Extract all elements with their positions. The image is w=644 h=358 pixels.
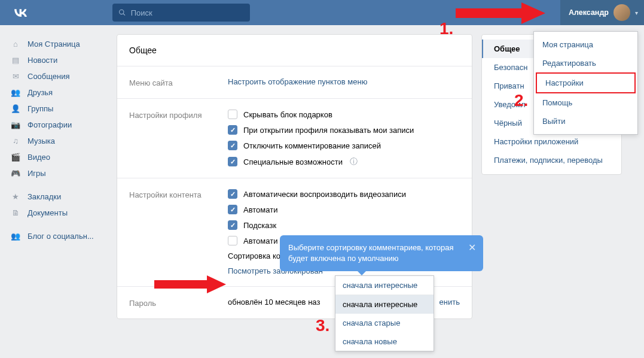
tab-app-settings[interactable]: Настройки приложений bbox=[482, 132, 621, 151]
sidebar-item-blog[interactable]: 👥Блог о социальн... bbox=[6, 228, 108, 244]
help-icon[interactable]: ⓘ bbox=[350, 156, 358, 167]
sidebar-item-video[interactable]: 🎬Видео bbox=[6, 149, 108, 165]
checkbox-autoplay-video[interactable] bbox=[228, 189, 237, 199]
checkbox-disable-comments[interactable] bbox=[228, 141, 237, 150]
comment-sort-dropdown: сначала интересные сначала интересные сн… bbox=[335, 275, 434, 351]
checkbox-show-posts[interactable] bbox=[228, 125, 237, 135]
change-password-link[interactable]: енить bbox=[439, 298, 460, 308]
tooltip-text: Выберите сортировку комментариев, котора… bbox=[288, 243, 454, 263]
section-label: Меню сайта bbox=[129, 77, 228, 87]
home-icon: ⌂ bbox=[10, 40, 22, 48]
annotation-number-1: 1. bbox=[439, 19, 453, 38]
svg-line-1 bbox=[123, 14, 125, 16]
svg-rect-3 bbox=[456, 8, 521, 18]
checkbox-hide-gifts[interactable] bbox=[228, 110, 237, 119]
user-menu-edit[interactable]: Редактировать bbox=[534, 54, 637, 72]
svg-rect-5 bbox=[154, 280, 207, 289]
doc-icon: 🗎 bbox=[10, 208, 22, 217]
sidebar-item-messages[interactable]: ✉Сообщения bbox=[6, 68, 108, 84]
search-input[interactable] bbox=[131, 8, 244, 17]
vk-logo[interactable] bbox=[12, 4, 29, 21]
page-title: Общее bbox=[117, 35, 472, 66]
annotation-number-2: 2. bbox=[514, 91, 528, 110]
chevron-down-icon: ▾ bbox=[635, 10, 638, 16]
user-menu-button[interactable]: Александр ▾ bbox=[560, 0, 644, 25]
annotation-number-3: 3. bbox=[316, 316, 329, 335]
message-icon: ✉ bbox=[10, 72, 22, 81]
dropdown-option-old[interactable]: сначала старые bbox=[335, 314, 434, 332]
groups-icon: 👤 bbox=[10, 104, 22, 113]
svg-marker-4 bbox=[521, 2, 545, 24]
user-menu-help[interactable]: Помощь bbox=[534, 93, 637, 112]
sidebar-item-documents[interactable]: 🗎Документы bbox=[6, 205, 108, 221]
tab-payments[interactable]: Платежи, подписки, переводы bbox=[482, 151, 621, 169]
section-label: Настройки профиля bbox=[129, 110, 228, 167]
svg-marker-6 bbox=[207, 275, 226, 293]
section-site-menu: Меню сайта Настроить отображение пунктов… bbox=[117, 66, 472, 99]
menu-settings-link[interactable]: Настроить отображение пунктов меню bbox=[228, 77, 367, 86]
search-box[interactable] bbox=[112, 4, 250, 22]
annotation-arrow-2 bbox=[154, 275, 226, 293]
section-label: Пароль bbox=[129, 298, 228, 308]
password-updated-text: обновлён 10 месяцев наз bbox=[228, 298, 320, 308]
section-label: Настройки контента bbox=[129, 189, 228, 275]
user-name: Александр bbox=[569, 8, 609, 17]
search-icon bbox=[118, 8, 126, 17]
sidebar-item-my-page[interactable]: ⌂Моя Страница bbox=[6, 36, 108, 52]
sidebar: ⌂Моя Страница ▤Новости ✉Сообщения 👥Друзь… bbox=[6, 34, 108, 319]
dropdown-option-interesting-1[interactable]: сначала интересные bbox=[335, 276, 434, 295]
sidebar-item-bookmarks[interactable]: ★Закладки bbox=[6, 189, 108, 205]
annotation-arrow-1 bbox=[456, 2, 545, 24]
topbar: 9 Александр ▾ bbox=[0, 0, 644, 25]
user-menu-my-page[interactable]: Моя страница bbox=[534, 35, 637, 54]
star-icon: ★ bbox=[10, 192, 22, 201]
gamepad-icon: 🎮 bbox=[10, 169, 22, 178]
svg-point-0 bbox=[120, 10, 124, 14]
user-menu-logout[interactable]: Выйти bbox=[534, 112, 637, 131]
sidebar-item-games[interactable]: 🎮Игры bbox=[6, 165, 108, 181]
dropdown-option-interesting-2[interactable]: сначала интересные bbox=[335, 295, 434, 314]
friends-icon: 👥 bbox=[10, 88, 22, 97]
user-menu-settings[interactable]: Настройки bbox=[536, 72, 636, 93]
checkbox-auto-4[interactable] bbox=[228, 236, 237, 245]
camera-icon: 📷 bbox=[10, 120, 22, 129]
checkbox-accessibility[interactable] bbox=[228, 157, 237, 166]
hint-tooltip: Выберите сортировку комментариев, котора… bbox=[280, 235, 483, 271]
section-profile-settings: Настройки профиля Скрывать блок подарков… bbox=[117, 99, 472, 178]
sidebar-item-music[interactable]: ♫Музыка bbox=[6, 133, 108, 149]
dropdown-option-new[interactable]: сначала новые bbox=[335, 332, 434, 351]
avatar bbox=[614, 4, 630, 21]
sidebar-item-groups[interactable]: 👤Группы bbox=[6, 101, 108, 117]
sidebar-item-photos[interactable]: 📷Фотографии bbox=[6, 117, 108, 133]
user-dropdown-menu: Моя страница Редактировать Настройки Пом… bbox=[533, 31, 638, 135]
checkbox-hints[interactable] bbox=[228, 220, 237, 230]
note-icon: ♫ bbox=[10, 136, 22, 145]
news-icon: ▤ bbox=[10, 56, 22, 65]
people-icon: 👥 bbox=[10, 232, 22, 241]
film-icon: 🎬 bbox=[10, 153, 22, 162]
tooltip-close-button[interactable]: ✕ bbox=[468, 241, 476, 254]
checkbox-auto-2[interactable] bbox=[228, 205, 237, 214]
sidebar-item-news[interactable]: ▤Новости bbox=[6, 52, 108, 68]
sidebar-item-friends[interactable]: 👥Друзья bbox=[6, 84, 108, 101]
